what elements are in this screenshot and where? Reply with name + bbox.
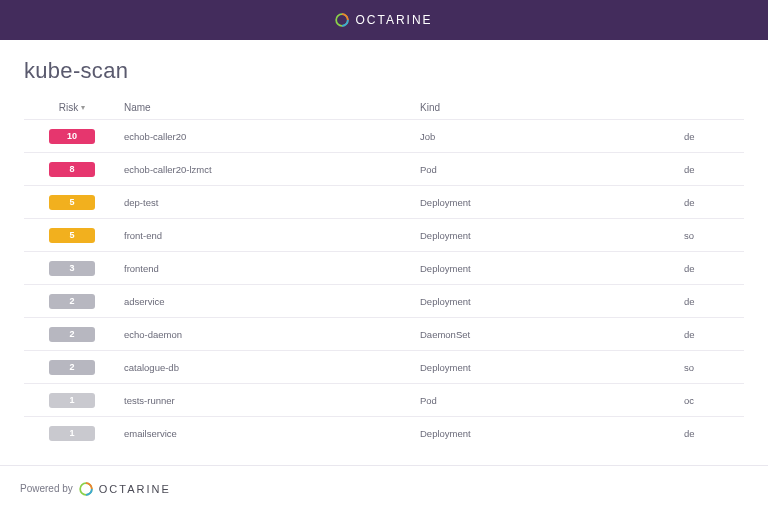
risk-badge: 10 bbox=[49, 129, 95, 144]
table-row[interactable]: 2catalogue-dbDeploymentso bbox=[24, 350, 744, 383]
kind-cell: Deployment bbox=[420, 197, 684, 208]
table-header: Risk ▾ Name Kind bbox=[24, 98, 744, 119]
col-header-risk-label: Risk bbox=[59, 102, 78, 113]
risk-cell: 5 bbox=[24, 195, 120, 210]
table-row[interactable]: 3frontendDeploymentde bbox=[24, 251, 744, 284]
table-row[interactable]: 2adserviceDeploymentde bbox=[24, 284, 744, 317]
table-row[interactable]: 8echob-caller20-lzmctPodde bbox=[24, 152, 744, 185]
results-table: Risk ▾ Name Kind 10echob-caller20Jobde8e… bbox=[24, 98, 744, 449]
risk-cell: 2 bbox=[24, 360, 120, 375]
namespace-cell: de bbox=[684, 197, 744, 208]
kind-cell: Job bbox=[420, 131, 684, 142]
table-row[interactable]: 1tests-runnerPodoc bbox=[24, 383, 744, 416]
risk-cell: 1 bbox=[24, 393, 120, 408]
table-row[interactable]: 1emailserviceDeploymentde bbox=[24, 416, 744, 449]
col-header-name[interactable]: Name bbox=[120, 102, 420, 113]
namespace-cell: de bbox=[684, 296, 744, 307]
name-cell: catalogue-db bbox=[120, 362, 420, 373]
name-cell: frontend bbox=[120, 263, 420, 274]
table-row[interactable]: 5front-endDeploymentso bbox=[24, 218, 744, 251]
kind-cell: Deployment bbox=[420, 263, 684, 274]
name-cell: echo-daemon bbox=[120, 329, 420, 340]
footer-prefix: Powered by bbox=[20, 483, 73, 494]
name-cell: echob-caller20 bbox=[120, 131, 420, 142]
footer: Powered by OCTARINE bbox=[0, 465, 768, 511]
kind-cell: DaemonSet bbox=[420, 329, 684, 340]
table-row[interactable]: 2echo-daemonDaemonSetde bbox=[24, 317, 744, 350]
risk-cell: 8 bbox=[24, 162, 120, 177]
risk-badge: 2 bbox=[49, 327, 95, 342]
namespace-cell: de bbox=[684, 164, 744, 175]
risk-badge: 5 bbox=[49, 195, 95, 210]
brand[interactable]: OCTARINE bbox=[335, 13, 432, 27]
namespace-cell: de bbox=[684, 263, 744, 274]
top-banner: OCTARINE bbox=[0, 0, 768, 40]
risk-badge: 2 bbox=[49, 294, 95, 309]
page-title: kube-scan bbox=[24, 58, 744, 84]
table-row[interactable]: 10echob-caller20Jobde bbox=[24, 119, 744, 152]
table-body: 10echob-caller20Jobde8echob-caller20-lzm… bbox=[24, 119, 744, 449]
namespace-cell: so bbox=[684, 230, 744, 241]
kind-cell: Deployment bbox=[420, 428, 684, 439]
risk-cell: 2 bbox=[24, 327, 120, 342]
sort-desc-icon: ▾ bbox=[81, 103, 85, 112]
kind-cell: Deployment bbox=[420, 362, 684, 373]
footer-brand-text: OCTARINE bbox=[99, 483, 171, 495]
name-cell: dep-test bbox=[120, 197, 420, 208]
risk-cell: 10 bbox=[24, 129, 120, 144]
kind-cell: Pod bbox=[420, 164, 684, 175]
brand-text: OCTARINE bbox=[355, 13, 432, 27]
name-cell: adservice bbox=[120, 296, 420, 307]
col-header-risk[interactable]: Risk ▾ bbox=[24, 102, 120, 113]
namespace-cell: oc bbox=[684, 395, 744, 406]
risk-badge: 5 bbox=[49, 228, 95, 243]
namespace-cell: de bbox=[684, 131, 744, 142]
octarine-logo-icon bbox=[79, 482, 93, 496]
octarine-logo-icon bbox=[335, 13, 349, 27]
risk-cell: 2 bbox=[24, 294, 120, 309]
risk-badge: 8 bbox=[49, 162, 95, 177]
page: kube-scan Risk ▾ Name Kind 10echob-calle… bbox=[0, 40, 768, 449]
name-cell: tests-runner bbox=[120, 395, 420, 406]
name-cell: echob-caller20-lzmct bbox=[120, 164, 420, 175]
table-row[interactable]: 5dep-testDeploymentde bbox=[24, 185, 744, 218]
risk-badge: 1 bbox=[49, 426, 95, 441]
col-header-kind[interactable]: Kind bbox=[420, 102, 684, 113]
footer-brand[interactable]: OCTARINE bbox=[79, 482, 171, 496]
risk-badge: 1 bbox=[49, 393, 95, 408]
name-cell: front-end bbox=[120, 230, 420, 241]
namespace-cell: de bbox=[684, 329, 744, 340]
kind-cell: Deployment bbox=[420, 230, 684, 241]
namespace-cell: so bbox=[684, 362, 744, 373]
kind-cell: Deployment bbox=[420, 296, 684, 307]
risk-badge: 2 bbox=[49, 360, 95, 375]
risk-badge: 3 bbox=[49, 261, 95, 276]
risk-cell: 3 bbox=[24, 261, 120, 276]
kind-cell: Pod bbox=[420, 395, 684, 406]
risk-cell: 5 bbox=[24, 228, 120, 243]
namespace-cell: de bbox=[684, 428, 744, 439]
name-cell: emailservice bbox=[120, 428, 420, 439]
risk-cell: 1 bbox=[24, 426, 120, 441]
